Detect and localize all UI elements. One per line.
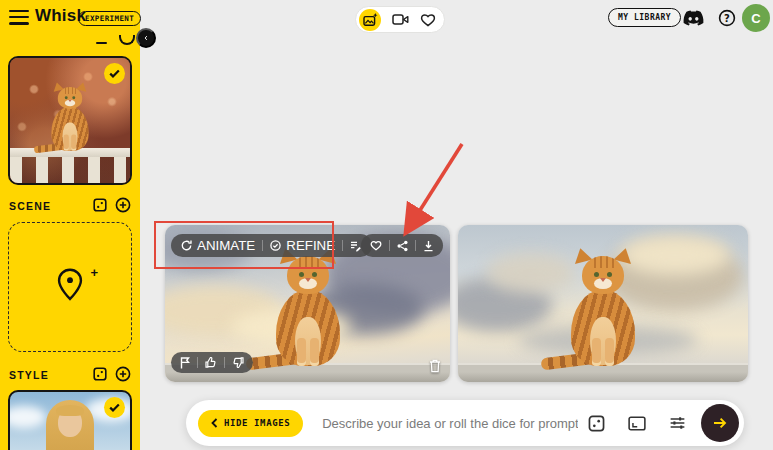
refine-button[interactable]: REFINE (270, 240, 335, 251)
mode-favorites-button[interactable] (420, 13, 436, 27)
style-add-button[interactable] (115, 366, 131, 382)
aspect-ratio-button[interactable] (628, 416, 646, 431)
plus-icon: + (90, 265, 98, 280)
subject-thumbnail[interactable] (8, 56, 132, 185)
dice-icon (93, 367, 107, 381)
style-label: STYLE (9, 369, 49, 381)
generated-image-1[interactable]: ANIMATE REFINE (165, 225, 450, 382)
video-icon (392, 13, 409, 26)
my-library-button[interactable]: MY LIBRARY (608, 8, 681, 27)
dice-icon (93, 198, 107, 212)
share-button[interactable] (397, 240, 408, 252)
ingredients-sidebar: Whisk EXPERIMENT SCENE (0, 0, 140, 450)
divider (342, 240, 343, 251)
annotation-arrow (398, 136, 472, 238)
submit-button[interactable] (701, 404, 739, 442)
arrow-right-icon (712, 415, 728, 431)
dice-icon (588, 415, 605, 432)
style-thumbnail[interactable] (8, 390, 132, 450)
experiment-badge: EXPERIMENT (78, 11, 141, 26)
trash-icon (429, 359, 441, 373)
check-icon (109, 69, 120, 78)
scene-label: SCENE (9, 200, 51, 212)
image-sparkle-icon (363, 13, 378, 27)
fence-slats (10, 157, 130, 183)
hide-images-label: HIDE IMAGES (224, 418, 290, 428)
share-icon (397, 240, 408, 252)
scene-add-button[interactable] (115, 197, 131, 213)
scene-dice-button[interactable] (93, 198, 107, 212)
image-feedback-pill (171, 352, 253, 373)
mode-video-button[interactable] (392, 13, 409, 26)
collapse-sidebar-button[interactable] (136, 28, 156, 48)
discord-button[interactable] (683, 10, 704, 26)
plus-circle-icon (115, 197, 131, 213)
report-button[interactable] (180, 357, 190, 369)
plus-circle-icon (115, 366, 131, 382)
settings-button[interactable] (669, 415, 686, 431)
selected-check-badge[interactable] (104, 63, 125, 84)
animate-icon (181, 240, 192, 251)
favorite-button[interactable] (370, 240, 382, 251)
download-icon (423, 240, 434, 252)
download-button[interactable] (423, 240, 434, 252)
svg-text:?: ? (724, 13, 730, 24)
thumb-up-icon (205, 357, 217, 368)
thumb-down-icon (232, 357, 244, 368)
refine-check-icon (270, 240, 281, 251)
avatar[interactable]: C (742, 4, 770, 32)
mode-switcher (355, 6, 445, 33)
thumbs-down-button[interactable] (232, 357, 244, 368)
heart-icon (370, 240, 382, 251)
scene-dropzone[interactable]: + (8, 222, 132, 352)
flag-icon (180, 357, 190, 369)
help-button[interactable]: ? (718, 9, 736, 27)
image-actions-pill: ANIMATE REFINE (171, 234, 372, 257)
generated-image-2[interactable] (458, 225, 748, 382)
selected-check-badge[interactable] (104, 397, 125, 418)
partial-dice-icon[interactable] (96, 42, 107, 44)
hide-images-button[interactable]: HIDE IMAGES (198, 410, 303, 437)
prompt-input[interactable] (320, 415, 580, 432)
thumbs-up-button[interactable] (205, 357, 217, 368)
animate-button[interactable]: ANIMATE (181, 240, 255, 251)
divider (389, 240, 390, 251)
style-dice-button[interactable] (93, 367, 107, 381)
divider (197, 357, 198, 368)
menu-icon[interactable] (9, 10, 29, 26)
mode-image-button[interactable] (359, 9, 381, 31)
location-pin-icon (55, 268, 85, 302)
chevron-left-icon (211, 418, 218, 428)
delete-button[interactable] (429, 359, 441, 373)
divider (415, 240, 416, 251)
tune-icon (669, 415, 686, 431)
cat-figure (48, 87, 92, 152)
whisk-app: Whisk EXPERIMENT SCENE (0, 0, 773, 450)
prompt-tools (588, 415, 686, 432)
cat-artwork (565, 256, 641, 368)
woman-figure (25, 400, 115, 450)
chevron-left-icon (144, 33, 148, 43)
image-media-pill (361, 234, 443, 257)
help-icon: ? (718, 9, 736, 27)
heart-icon (420, 13, 436, 27)
partial-add-icon[interactable] (119, 35, 135, 45)
prompt-bar: HIDE IMAGES (186, 400, 744, 446)
check-icon (109, 403, 120, 412)
aspect-ratio-icon (628, 416, 646, 431)
prompt-dice-button[interactable] (588, 415, 605, 432)
divider (224, 357, 225, 368)
discord-icon (683, 10, 704, 26)
divider (262, 240, 263, 251)
cat-artwork (270, 256, 346, 368)
